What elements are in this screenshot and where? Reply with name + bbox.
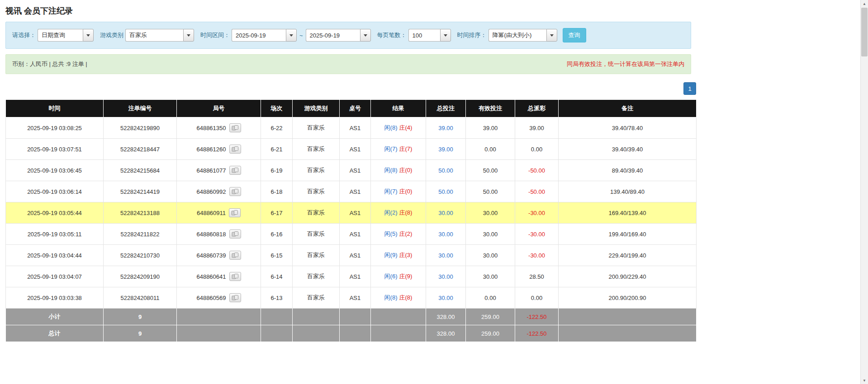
table-row[interactable]: 2025-09-19 03:05:44 522824213188 6488609…	[6, 202, 697, 224]
table-row[interactable]: 2025-09-19 03:05:11 522824211822 6488608…	[6, 224, 697, 245]
cell-payout: -30.00	[515, 224, 559, 245]
footer-empty-cell	[293, 325, 340, 342]
total-bet-link[interactable]: 30.00	[438, 231, 453, 238]
cards-icon[interactable]	[229, 293, 241, 302]
cell-time: 2025-09-19 03:03:38	[6, 287, 104, 309]
cell-bet-id: 522824219890	[104, 117, 177, 139]
cards-icon[interactable]	[229, 208, 241, 217]
cell-payout: -30.00	[515, 245, 559, 266]
query-type-input[interactable]	[38, 29, 83, 42]
cell-session: 6-19	[261, 160, 293, 181]
cell-game-type: 百家乐	[293, 117, 340, 139]
cell-result: 闲(8)庄(8)	[371, 287, 426, 309]
total-bet-link[interactable]: 30.00	[438, 295, 453, 301]
col-header-valid-bet: 有效投注	[466, 100, 515, 117]
payout-value: 0.00	[531, 146, 542, 153]
cards-icon[interactable]	[229, 145, 241, 154]
cell-result: 闲(6)庄(9)	[371, 266, 426, 287]
cell-session: 6-16	[261, 224, 293, 245]
table-row[interactable]: 2025-09-19 03:08:25 522824219890 6488613…	[6, 117, 697, 139]
cell-bet-id: 522824213188	[104, 202, 177, 224]
table-body: 2025-09-19 03:08:25 522824219890 6488613…	[6, 117, 697, 309]
cell-table: AS1	[340, 181, 371, 202]
table-row[interactable]: 2025-09-19 03:06:45 522824215684 6488610…	[6, 160, 697, 181]
table-row[interactable]: 2025-09-19 03:04:07 522824209190 6488606…	[6, 266, 697, 287]
cell-note: 39.40/39.40	[559, 139, 697, 160]
cards-icon[interactable]	[229, 166, 241, 175]
valid-bet-notice: 同局有效投注，统一计算在该局第一张注单内	[567, 60, 684, 68]
cell-game-type: 百家乐	[293, 202, 340, 224]
total-bet-link[interactable]: 39.00	[438, 146, 453, 153]
scrollbar-thumb[interactable]	[861, 8, 868, 56]
cell-time: 2025-09-19 03:05:44	[6, 202, 104, 224]
cell-result: 闲(8)庄(4)	[371, 117, 426, 139]
cards-icon[interactable]	[229, 272, 241, 281]
cell-time: 2025-09-19 03:04:07	[6, 266, 104, 287]
col-header-game-type: 游戏类别	[293, 100, 340, 117]
main-content: 视讯 会员下注纪录 请选择： 游戏类别 时间区间： ~ 每页笔数： 时间排序：	[0, 0, 691, 342]
cell-session: 6-21	[261, 139, 293, 160]
cards-icon[interactable]	[229, 187, 241, 196]
payout-value: 0.00	[531, 295, 542, 301]
cell-note: 200.90/200.90	[559, 287, 697, 309]
caret-down-icon[interactable]	[360, 29, 371, 42]
cell-result: 闲(7)庄(0)	[371, 181, 426, 202]
scroll-down-icon[interactable]: ▼	[861, 377, 868, 384]
caret-down-icon[interactable]	[286, 29, 297, 42]
total-bet-link[interactable]: 39.00	[438, 125, 453, 131]
cell-round: 648860911	[177, 202, 261, 224]
cell-note: 199.40/169.40	[559, 224, 697, 245]
scroll-up-icon[interactable]: ▲	[861, 0, 868, 7]
date-to-input[interactable]	[306, 29, 360, 42]
cards-icon[interactable]	[229, 229, 241, 239]
result-banker: 庄(0)	[399, 188, 413, 195]
subtotal-valid-bet: 259.00	[466, 309, 515, 325]
result-player: 闲(7)	[384, 145, 398, 152]
caret-down-icon[interactable]	[546, 29, 557, 42]
cell-total-bet: 39.00	[426, 139, 466, 160]
total-payout-value: -122.50	[526, 330, 546, 337]
total-bet-link[interactable]: 30.00	[438, 273, 453, 280]
cards-icon[interactable]	[229, 123, 241, 132]
cell-round: 648861350	[177, 117, 261, 139]
vertical-scrollbar[interactable]: ▲ ▼	[860, 0, 868, 384]
round-number: 648860911	[197, 210, 226, 216]
caret-down-icon[interactable]	[83, 29, 94, 42]
subtotal-payout: -122.50	[515, 309, 559, 325]
table-row[interactable]: 2025-09-19 03:04:44 522824210730 6488607…	[6, 245, 697, 266]
total-bet-link[interactable]: 30.00	[438, 252, 453, 259]
table-row[interactable]: 2025-09-19 03:07:51 522824218447 6488612…	[6, 139, 697, 160]
query-button[interactable]: 查询	[563, 28, 586, 42]
cell-result: 闲(9)庄(3)	[371, 245, 426, 266]
cell-table: AS1	[340, 224, 371, 245]
total-bet-link[interactable]: 50.00	[438, 167, 453, 174]
result-player: 闲(6)	[384, 273, 398, 280]
cell-time: 2025-09-19 03:06:45	[6, 160, 104, 181]
date-from-input[interactable]	[232, 29, 286, 42]
caret-down-icon	[364, 34, 367, 37]
cell-round: 648860641	[177, 266, 261, 287]
query-type-combobox	[38, 29, 94, 42]
total-bet-link[interactable]: 30.00	[438, 210, 453, 216]
cell-game-type: 百家乐	[293, 224, 340, 245]
page-1-button[interactable]: 1	[683, 82, 696, 95]
cards-icon[interactable]	[229, 251, 241, 260]
cell-table: AS1	[340, 117, 371, 139]
cell-total-bet: 30.00	[426, 266, 466, 287]
result-banker: 庄(2)	[399, 230, 413, 237]
result-player: 闲(5)	[384, 230, 398, 237]
table-header-row: 时间 注单编号 局号 场次 游戏类别 桌号 结果 总投注 有效投注 总派彩 备注	[6, 100, 697, 117]
cell-total-bet: 30.00	[426, 287, 466, 309]
sort-input[interactable]	[489, 29, 546, 42]
game-type-input[interactable]	[125, 29, 183, 42]
records-table: 时间 注单编号 局号 场次 游戏类别 桌号 结果 总投注 有效投注 总派彩 备注…	[5, 99, 697, 342]
total-bet-link[interactable]: 50.00	[438, 188, 453, 195]
table-row[interactable]: 2025-09-19 03:06:14 522824214419 6488609…	[6, 181, 697, 202]
caret-down-icon[interactable]	[440, 29, 451, 42]
page-size-input[interactable]	[408, 29, 440, 42]
cell-valid-bet: 50.00	[466, 160, 515, 181]
total-payout: -122.50	[515, 325, 559, 342]
table-row[interactable]: 2025-09-19 03:03:38 522824208011 6488605…	[6, 287, 697, 309]
payout-value: -30.00	[528, 231, 545, 238]
caret-down-icon[interactable]	[183, 29, 194, 42]
